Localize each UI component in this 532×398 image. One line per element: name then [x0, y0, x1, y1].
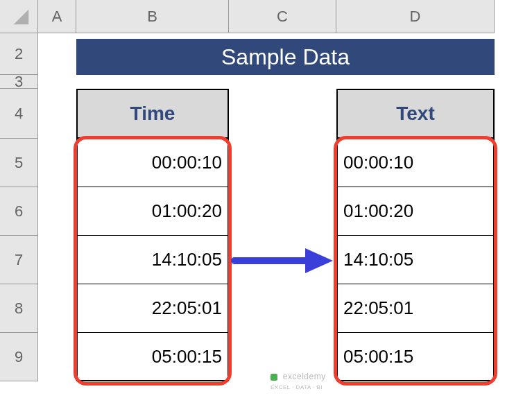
row-header-6[interactable]: 6 — [0, 187, 38, 236]
col-header-c[interactable]: C — [229, 0, 336, 33]
cell-b9[interactable]: 05:00:15 — [76, 333, 229, 381]
cell-d6[interactable]: 01:00:20 — [336, 187, 495, 236]
col-header-b[interactable]: B — [76, 0, 229, 33]
row-header-7[interactable]: 7 — [0, 236, 38, 284]
cell-b8[interactable]: 22:05:01 — [76, 284, 229, 333]
cell-d5[interactable]: 00:00:10 — [336, 139, 495, 187]
svg-marker-2 — [305, 248, 333, 273]
row-header-8[interactable]: 8 — [0, 284, 38, 333]
header-text[interactable]: Text — [336, 89, 495, 139]
arrow-icon — [229, 243, 340, 279]
title-cell[interactable]: Sample Data — [76, 39, 495, 75]
cell-b5[interactable]: 00:00:10 — [76, 139, 229, 187]
cell-b6[interactable]: 01:00:20 — [76, 187, 229, 236]
col-header-d[interactable]: D — [336, 0, 495, 33]
col-header-a[interactable]: A — [38, 0, 76, 33]
cell-b7[interactable]: 14:10:05 — [76, 236, 229, 284]
cell-d8[interactable]: 22:05:01 — [336, 284, 495, 333]
watermark-logo-icon — [271, 374, 277, 381]
watermark-tagline: EXCEL · DATA · BI — [271, 384, 323, 390]
cell-d9[interactable]: 05:00:15 — [336, 333, 495, 381]
select-all-corner[interactable] — [0, 0, 38, 33]
row-header-4[interactable]: 4 — [0, 89, 38, 139]
cell-d7[interactable]: 14:10:05 — [336, 236, 495, 284]
row-header-3[interactable]: 3 — [0, 75, 38, 89]
row-header-5[interactable]: 5 — [0, 139, 38, 187]
header-time[interactable]: Time — [76, 89, 229, 139]
row-header-9[interactable]: 9 — [0, 333, 38, 381]
watermark: exceldemy EXCEL · DATA · BI — [271, 372, 326, 391]
row-header-2[interactable]: 2 — [0, 33, 38, 75]
svg-marker-0 — [14, 10, 29, 25]
watermark-brand: exceldemy — [283, 372, 326, 381]
spreadsheet-view: A B C D 2 3 4 5 6 7 8 9 Sample Data Time… — [0, 0, 532, 398]
